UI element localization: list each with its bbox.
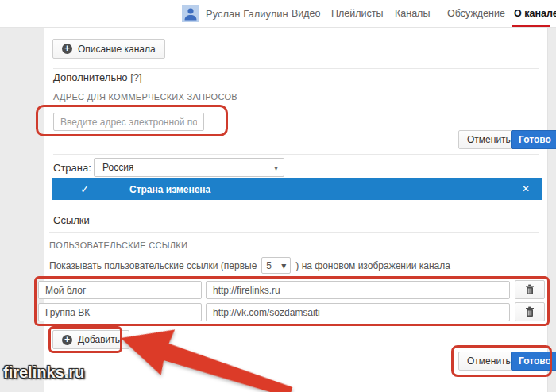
tab-videos[interactable]: Видео [292, 8, 321, 19]
delete-link-button-2[interactable] [515, 302, 545, 321]
channel-name-link[interactable]: Руслан Галиулин [206, 8, 288, 20]
channel-avatar[interactable] [182, 5, 199, 22]
divider [53, 209, 539, 209]
tab-playlists[interactable]: Плейлисты [331, 8, 383, 19]
links-count-value: 5 [266, 260, 272, 271]
plus-icon: + [62, 44, 72, 54]
trash-icon [525, 284, 535, 295]
links-section-header: Ссылки [53, 214, 90, 226]
channel-description-button[interactable]: + Описание канала [52, 39, 165, 59]
show-links-prefix: Показывать пользовательские ссылки (перв… [49, 260, 257, 271]
tab-channels[interactable]: Каналы [395, 8, 430, 19]
done-button-footer[interactable]: Готово [511, 352, 556, 371]
chevron-down-icon: ▾ [274, 163, 284, 172]
advanced-section-header: Дополнительно [?] [53, 71, 142, 83]
divider [53, 154, 539, 155]
email-input[interactable] [53, 113, 204, 131]
link-url-input-2[interactable] [206, 303, 510, 321]
link-title-input-2[interactable] [38, 303, 202, 321]
country-selected-value: Россия [95, 162, 274, 173]
check-icon: ✓ [80, 183, 90, 195]
commercial-address-label: АДРЕС ДЛЯ КОММЕРЧЕСКИХ ЗАПРОСОВ [53, 92, 237, 102]
plus-icon: + [62, 335, 72, 345]
active-tab-underline [512, 25, 550, 27]
person-icon [182, 5, 199, 22]
channel-settings-page: Руслан Галиулин Видео Плейлисты Каналы О… [0, 0, 556, 392]
country-changed-notification: ✓ Страна изменена ✕ [52, 178, 542, 200]
tab-about[interactable]: О канале [514, 8, 556, 19]
chevron-down-icon: ▾ [281, 260, 286, 271]
link-url-input-1[interactable] [206, 281, 510, 299]
country-label: Страна: [53, 162, 91, 174]
top-navigation-bar: Руслан Галиулин Видео Плейлисты Каналы О… [0, 0, 556, 28]
help-link[interactable]: [?] [130, 71, 141, 83]
links-count-dropdown[interactable]: 5 ▾ [261, 257, 291, 274]
done-button-advanced[interactable]: Готово [511, 130, 556, 149]
close-icon[interactable]: ✕ [522, 183, 530, 194]
show-links-row: Показывать пользовательские ссылки (перв… [49, 257, 450, 274]
site-watermark: firelinks.ru [3, 363, 84, 382]
link-title-input-1[interactable] [38, 281, 202, 299]
advanced-header-text: Дополнительно [53, 71, 128, 83]
country-dropdown[interactable]: Россия ▾ [94, 158, 284, 177]
tab-discussion[interactable]: Обсуждение [447, 8, 505, 19]
custom-links-label: ПОЛЬЗОВАТЕЛЬСКИЕ ССЫЛКИ [49, 240, 187, 250]
divider [53, 86, 539, 86]
channel-description-label: Описание канала [78, 44, 156, 55]
trash-icon [525, 306, 535, 317]
show-links-suffix: ) на фоновом изображении канала [295, 260, 450, 271]
divider [49, 232, 539, 233]
add-link-label: Добавить [78, 334, 120, 345]
divider [53, 68, 539, 69]
notification-text: Страна изменена [129, 184, 210, 195]
delete-link-button-1[interactable] [515, 280, 545, 299]
